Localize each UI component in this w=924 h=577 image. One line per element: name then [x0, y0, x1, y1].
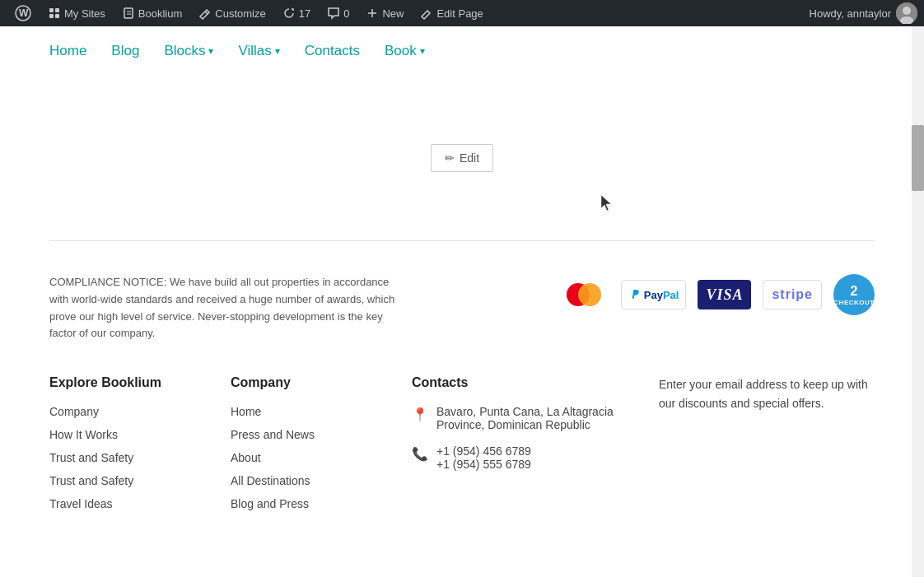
booklium-label: Booklium — [138, 7, 182, 20]
nav-home[interactable]: Home — [49, 43, 86, 59]
svg-text:W: W — [19, 7, 29, 19]
footer-col-explore: Explore Booklium Company How It Works Tr… — [49, 375, 214, 520]
explore-link-how-it-works[interactable]: How It Works — [49, 428, 214, 441]
contact-phone-item: 📞 +1 (954) 456 6789 +1 (954) 555 6789 — [412, 444, 642, 471]
mouse-cursor — [601, 195, 614, 215]
admin-bar-items: W My Sites Booklium — [7, 0, 810, 26]
comments-count: 0 — [343, 7, 349, 20]
user-avatar[interactable] — [896, 2, 917, 24]
howdy-text: Howdy, anntaylor — [810, 7, 891, 20]
svg-rect-3 — [55, 8, 59, 12]
svg-rect-4 — [49, 14, 54, 18]
updates-button[interactable]: 17 — [274, 0, 319, 26]
location-icon: 📍 — [412, 407, 428, 422]
newsletter-text: Enter your email address to keep up with… — [659, 375, 875, 412]
explore-link-company[interactable]: Company — [49, 405, 214, 418]
svg-rect-6 — [124, 8, 133, 18]
company-link-home[interactable]: Home — [231, 405, 395, 418]
mastercard-icon — [567, 280, 609, 309]
svg-rect-2 — [49, 8, 54, 12]
footer-col-contacts: Contacts 📍 Bavaro, Punta Cana, La Altagr… — [412, 375, 642, 520]
footer-columns: Explore Booklium Company How It Works Tr… — [49, 375, 875, 520]
my-sites-button[interactable]: My Sites — [40, 0, 114, 26]
booklium-button[interactable]: Booklium — [114, 0, 190, 26]
navigation: Home Blog Blocks ▾ Villas ▾ Contacts Boo… — [0, 26, 924, 76]
customize-button[interactable]: Customize — [190, 0, 273, 26]
comments-button[interactable]: 0 — [319, 0, 357, 26]
nav-book[interactable]: Book ▾ — [385, 43, 425, 59]
nav-blocks[interactable]: Blocks ▾ — [164, 43, 213, 59]
new-label: New — [382, 7, 404, 20]
phone-1: +1 (954) 456 6789 — [436, 444, 531, 458]
contact-address-item: 📍 Bavaro, Punta Cana, La Altagracia Prov… — [412, 405, 642, 431]
twocheckout-icon: 2 CHECKOUT — [833, 274, 875, 315]
main-content: ✏ Edit — [0, 76, 924, 240]
blocks-dropdown-arrow: ▾ — [208, 45, 213, 57]
phone-icon: 📞 — [412, 446, 428, 462]
nav-contacts[interactable]: Contacts — [305, 43, 360, 59]
scrollbar-thumb[interactable] — [912, 125, 924, 191]
paypal-icon: PayPal — [621, 280, 687, 309]
updates-count: 17 — [299, 7, 310, 20]
explore-heading: Explore Booklium — [49, 375, 214, 390]
contact-phones: +1 (954) 456 6789 +1 (954) 555 6789 — [436, 444, 531, 471]
compliance-notice: COMPLIANCE NOTICE: We have build all out… — [49, 274, 404, 342]
explore-link-travel-ideas[interactable]: Travel Ideas — [49, 497, 214, 510]
company-link-press[interactable]: Press and News — [231, 428, 395, 441]
new-button[interactable]: New — [357, 0, 412, 26]
edit-content-button[interactable]: ✏ Edit — [431, 144, 493, 172]
contact-address: Bavaro, Punta Cana, La Altagracia Provin… — [436, 405, 642, 431]
pencil-icon: ✏ — [445, 151, 455, 165]
edit-page-label: Edit Page — [436, 7, 483, 20]
admin-bar-right: Howdy, anntaylor — [810, 2, 917, 24]
admin-bar: W My Sites Booklium — [0, 0, 924, 26]
company-heading: Company — [231, 375, 395, 390]
svg-line-9 — [205, 12, 208, 14]
customize-label: Customize — [215, 7, 265, 20]
visa-icon: VISA — [698, 280, 751, 309]
payment-icons: PayPal VISA stripe 2 CHECKOUT — [567, 274, 875, 315]
wp-icon-button[interactable]: W — [7, 0, 40, 26]
svg-point-13 — [903, 7, 911, 15]
my-sites-label: My Sites — [64, 7, 105, 20]
phone-2: +1 (954) 555 6789 — [436, 458, 531, 471]
book-dropdown-arrow: ▾ — [420, 45, 425, 57]
nav-blog[interactable]: Blog — [111, 43, 139, 59]
scrollbar-track[interactable] — [912, 26, 924, 545]
footer-col-company: Company Home Press and News About All De… — [231, 375, 395, 520]
company-link-destinations[interactable]: All Destinations — [231, 474, 395, 487]
nav-villas[interactable]: Villas ▾ — [238, 43, 279, 59]
company-link-blog[interactable]: Blog and Press — [231, 497, 395, 510]
contacts-heading: Contacts — [412, 375, 642, 390]
villas-dropdown-arrow: ▾ — [275, 45, 280, 57]
svg-rect-5 — [55, 14, 59, 18]
stripe-icon: stripe — [763, 280, 822, 309]
explore-link-trust-safety-1[interactable]: Trust and Safety — [49, 451, 214, 464]
footer: COMPLIANCE NOTICE: We have build all out… — [0, 241, 924, 545]
footer-top: COMPLIANCE NOTICE: We have build all out… — [49, 274, 875, 342]
company-link-about[interactable]: About — [231, 451, 395, 464]
edit-page-button[interactable]: Edit Page — [412, 0, 491, 26]
explore-link-trust-safety-2[interactable]: Trust and Safety — [49, 474, 214, 487]
footer-col-newsletter: Enter your email address to keep up with… — [659, 375, 875, 520]
